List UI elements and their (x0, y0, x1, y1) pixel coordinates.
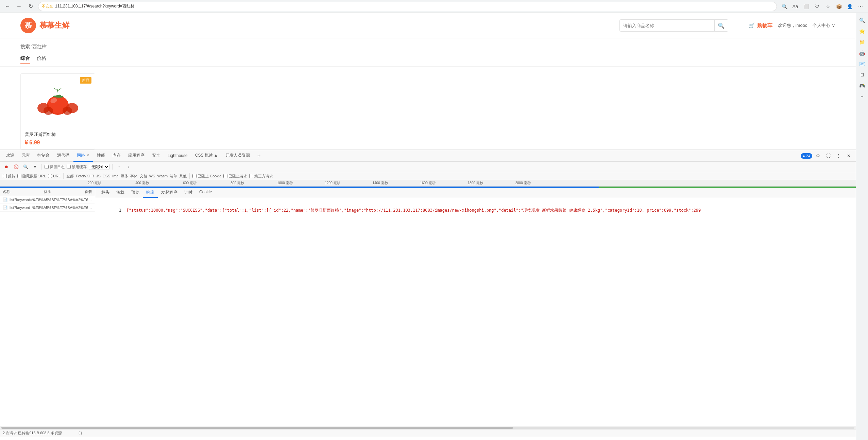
site-header: 慕 慕慕生鲜 🔍 🛒 购物车 欢迎您，imooc 个人中心 ∨ (0, 13, 856, 38)
profile-icon[interactable]: 👤 (845, 2, 854, 11)
search-icon[interactable]: 🔍 (780, 2, 789, 11)
req-type-icon-2: 📄 (3, 205, 7, 210)
back-button[interactable]: ← (3, 2, 12, 11)
devtools-more-button[interactable]: ⋮ (834, 152, 843, 160)
split-view-icon[interactable]: ⬜ (801, 2, 811, 11)
side-outlook-icon[interactable]: 📧 (857, 59, 867, 69)
timeline-200ms: 200 毫秒 (71, 181, 118, 186)
throttle-select[interactable]: 无限制 (89, 164, 109, 170)
img-filter[interactable]: Img (112, 174, 118, 178)
url-filter[interactable]: URL (48, 174, 61, 178)
request-item-2[interactable]: 📄 list?keyword=%E8%A5%BF%E7%BA%A2%E6%9F%… (0, 204, 95, 212)
blocked-requests-filter[interactable]: 已阻止请求 (223, 174, 247, 179)
request-stats: 2 次请求 已传输916 B 608 8 条资源 (3, 431, 62, 435)
ws-filter[interactable]: WS (149, 174, 155, 178)
filter-tab-comprehensive[interactable]: 综合 (20, 55, 30, 64)
search-bar[interactable]: 🔍 (619, 19, 728, 32)
search-network-button[interactable]: 🔍 (22, 163, 29, 171)
user-menu[interactable]: 个人中心 ∨ (813, 22, 835, 29)
resp-tab-initiator[interactable]: 发起程序 (158, 188, 181, 198)
side-copilot-icon[interactable]: 🤖 (857, 48, 867, 58)
resp-tab-preview[interactable]: 预览 (128, 188, 143, 198)
import-button[interactable]: ↑ (115, 163, 123, 171)
resp-tab-cookies[interactable]: Cookie (196, 188, 215, 198)
request-col-size: 负载 (85, 189, 92, 194)
devtools-tab-developer[interactable]: 开发人员资源 (222, 150, 253, 162)
devtools-tab-security[interactable]: 安全 (149, 150, 164, 162)
disable-cache-input[interactable] (67, 165, 71, 169)
toolbar-divider-1 (41, 164, 42, 170)
devtools-tab-sources[interactable]: 源代码 (54, 150, 73, 162)
favorites-icon[interactable]: ☆ (823, 2, 833, 11)
resp-tab-timing[interactable]: 计时 (181, 188, 196, 198)
fetch-xhr-filter[interactable]: Fetch/XHR (76, 174, 94, 178)
devtools-dock-button[interactable]: ⛶ (824, 152, 833, 160)
side-game-icon[interactable]: 🎮 (857, 81, 867, 90)
record-button[interactable]: ⏺ (3, 163, 10, 171)
cart-button[interactable]: 🛒 购物车 (749, 22, 772, 29)
horizontal-scrollbar[interactable] (0, 426, 856, 429)
wasm-filter[interactable]: Wasm (157, 174, 168, 178)
export-button[interactable]: ↓ (125, 163, 132, 171)
collections-icon[interactable]: 📦 (834, 2, 844, 11)
manifest-filter[interactable]: 清单 (170, 174, 177, 179)
request-item-1[interactable]: 📄 list?keyword=%E8%A5%BF%E7%BA%A2%E6%9F%… (0, 196, 95, 204)
side-add-icon[interactable]: + (857, 92, 867, 101)
devtools-tab-elements[interactable]: 元素 (18, 150, 33, 162)
search-submit-button[interactable]: 🔍 (714, 19, 728, 32)
forward-button[interactable]: → (14, 2, 24, 11)
preserve-log-checkbox[interactable]: 保留日志 (45, 164, 65, 170)
devtools-tab-memory[interactable]: 内存 (109, 150, 124, 162)
side-note-icon[interactable]: 🗒 (857, 70, 867, 80)
third-party-filter[interactable]: 第三方请求 (249, 174, 273, 179)
side-search-icon[interactable]: 🔍 (857, 16, 867, 25)
devtools-tab-console[interactable]: 控制台 (34, 150, 53, 162)
devtools-tab-performance[interactable]: 性能 (93, 150, 108, 162)
preserve-log-input[interactable] (45, 165, 49, 169)
devtools-settings-button[interactable]: ⚙ (814, 152, 822, 160)
reload-button[interactable]: ↻ (26, 2, 35, 11)
close-icon[interactable]: ✕ (86, 153, 89, 158)
css-filter[interactable]: CSS (103, 174, 110, 178)
timeline-400ms: 400 毫秒 (118, 181, 166, 186)
resp-tab-payload[interactable]: 负载 (113, 188, 128, 198)
clear-button[interactable]: 🚫 (12, 163, 20, 171)
invert-filter[interactable]: 反转 (3, 174, 15, 179)
filter-tab-price[interactable]: 价格 (37, 55, 46, 64)
disable-cache-checkbox[interactable]: 禁用缓存 (67, 164, 87, 170)
side-collections-icon[interactable]: ⭐ (857, 27, 867, 36)
devtools-tab-network[interactable]: 网络 ✕ (73, 150, 93, 162)
product-price: ¥ 6.99 (25, 140, 91, 146)
address-bar[interactable]: 不安全 111.231.103.117/#/search?keyword=西红柿 (38, 2, 777, 11)
welcome-text: 欢迎您，imooc (778, 22, 807, 29)
security-warning: 不安全 (42, 4, 53, 9)
devtools-close-button[interactable]: ✕ (844, 152, 853, 160)
devtools-tab-welcome[interactable]: 欢迎 (3, 150, 18, 162)
request-col-status: 标头 (44, 189, 51, 194)
blocked-cookies-filter[interactable]: 已阻止 Cookie (192, 174, 221, 179)
side-apps-icon[interactable]: 📁 (857, 37, 867, 47)
resp-tab-response[interactable]: 响应 (143, 188, 158, 198)
filter-button[interactable]: ▼ (31, 163, 39, 171)
read-mode-icon[interactable]: Aa (790, 2, 800, 11)
product-card[interactable]: 新品 (20, 73, 95, 149)
hide-data-urls-filter[interactable]: 隐藏数据 URL (17, 174, 46, 179)
media-filter[interactable]: 媒体 (121, 174, 128, 179)
more-button[interactable]: ⋯ (856, 2, 865, 11)
resp-tab-headers[interactable]: 标头 (98, 188, 113, 198)
js-filter[interactable]: JS (96, 174, 101, 178)
scrollbar-thumb[interactable] (1, 427, 513, 429)
request-col-name: 名称 (3, 189, 10, 194)
search-input[interactable] (620, 23, 714, 28)
font-filter[interactable]: 字体 (130, 174, 138, 179)
add-tab-button[interactable]: + (255, 153, 262, 159)
devtools-tab-lighthouse[interactable]: Lighthouse (164, 150, 191, 162)
other-filter[interactable]: 其他 (179, 174, 187, 179)
devtools-tab-application[interactable]: 应用程序 (125, 150, 148, 162)
devtools-tab-css-overview[interactable]: CSS 概述 ▲ (192, 150, 221, 162)
all-filter[interactable]: 全部 (66, 174, 74, 179)
doc-filter[interactable]: 文档 (140, 174, 147, 179)
browser-shield-icon[interactable]: 🛡 (812, 2, 822, 11)
logo-icon: 慕 (20, 18, 36, 33)
timeline-1200ms: 1200 毫秒 (309, 181, 356, 186)
